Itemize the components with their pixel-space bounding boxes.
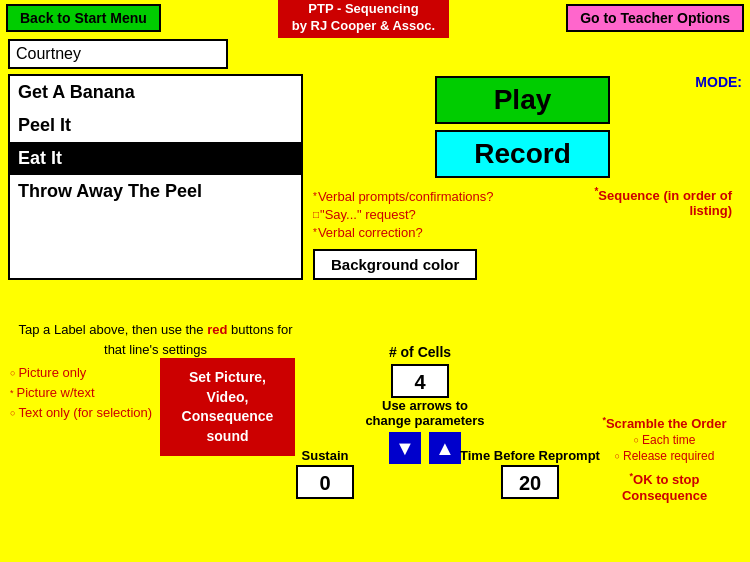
play-button[interactable]: Play <box>435 76 610 124</box>
scramble-label[interactable]: *Scramble the Order <box>587 415 742 431</box>
tap-instruction: Tap a Label above, then use the red butt… <box>8 320 303 359</box>
picture-w-text-option[interactable]: * Picture w/text <box>10 385 158 400</box>
each-time-option[interactable]: ○ Each time <box>587 433 742 447</box>
list-item[interactable]: Get A Banana <box>10 76 301 109</box>
verbal-prompts-label: Verbal prompts/confirmations? <box>318 189 494 204</box>
teacher-options-button[interactable]: Go to Teacher Options <box>566 4 744 32</box>
sequence-option[interactable]: *Sequence (in order of listing) <box>562 186 732 218</box>
background-color-button[interactable]: Background color <box>313 249 477 280</box>
app-title: PTP - Sequencing by RJ Cooper & Assoc. <box>278 0 449 38</box>
cells-value: 4 <box>391 364 449 398</box>
arrow-down-button[interactable]: ▼ <box>389 432 421 464</box>
picture-only-option[interactable]: ○ Picture only <box>10 365 158 380</box>
mode-label: MODE: <box>695 74 742 90</box>
text-only-option[interactable]: ○ Text only (for selection) <box>10 405 158 420</box>
say-request-check[interactable]: □ <box>313 209 319 220</box>
list-item[interactable]: Throw Away The Peel <box>10 175 301 208</box>
arrows-label: Use arrows tochange parameters <box>355 398 495 428</box>
verbal-correction-label: Verbal correction? <box>318 225 423 240</box>
sustain-value: 0 <box>296 465 354 499</box>
arrow-up-button[interactable]: ▲ <box>429 432 461 464</box>
reprompt-label: Time Before Reprompt <box>460 448 600 463</box>
verbal-correction-check[interactable]: * <box>313 227 317 238</box>
sustain-label: Sustain <box>290 448 360 463</box>
sequence-list: Get A Banana Peel It Eat It Throw Away T… <box>8 74 303 280</box>
verbal-prompts-check[interactable]: * <box>313 191 317 202</box>
list-item[interactable]: Peel It <box>10 109 301 142</box>
say-request-label: "Say..." request? <box>320 207 416 222</box>
cells-label: # of Cells <box>380 344 460 360</box>
list-item-selected[interactable]: Eat It <box>10 142 301 175</box>
ok-stop-label: *OK to stop Consequence <box>587 471 742 502</box>
release-required-option[interactable]: ○ Release required <box>587 449 742 463</box>
name-input[interactable] <box>8 39 228 69</box>
back-to-start-button[interactable]: Back to Start Menu <box>6 4 161 32</box>
reprompt-value: 20 <box>501 465 559 499</box>
set-picture-button[interactable]: Set Picture,Video,Consequencesound <box>160 358 295 456</box>
record-button[interactable]: Record <box>435 130 610 178</box>
